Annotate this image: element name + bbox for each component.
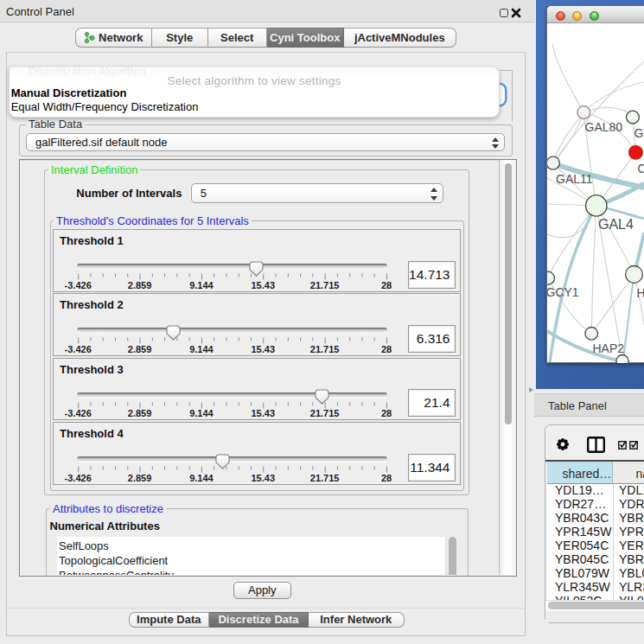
- svg-text:C: C: [638, 161, 644, 175]
- svg-text:GAL80: GAL80: [585, 119, 623, 133]
- svg-text:GA: GA: [634, 126, 644, 140]
- svg-text:GAL4: GAL4: [598, 216, 634, 231]
- svg-text:GCY1: GCY1: [547, 285, 579, 299]
- svg-text:HAP2: HAP2: [593, 341, 625, 354]
- svg-text:H: H: [637, 285, 644, 299]
- svg-text:GAL11: GAL11: [556, 171, 593, 185]
